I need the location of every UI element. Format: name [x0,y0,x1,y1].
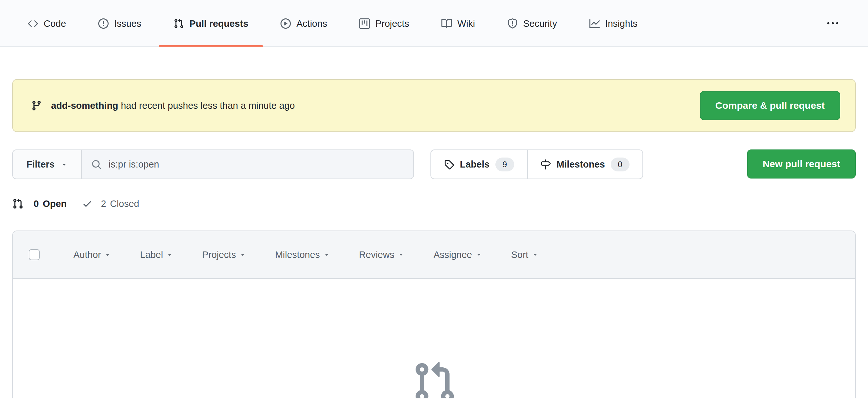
triangle-down-icon [476,252,482,258]
search-box [82,149,414,179]
shield-icon [507,19,518,29]
main-content: add-something had recent pushes less tha… [0,79,868,398]
git-branch-icon [31,100,42,111]
project-board-icon [359,19,370,29]
git-pull-request-icon [174,19,184,29]
triangle-down-icon [105,252,111,258]
milestones-button[interactable]: Milestones 0 [527,150,643,178]
tab-security[interactable]: Security [493,0,572,47]
nav-overflow-button[interactable] [824,13,841,34]
labels-count-badge: 9 [495,158,514,171]
git-pull-request-icon [12,198,23,209]
play-circle-icon [280,19,291,29]
label-filter-button[interactable]: Label [140,250,173,260]
assignee-filter-button[interactable]: Assignee [433,250,482,260]
filter-label: Reviews [359,250,395,260]
select-all-checkbox[interactable] [29,249,40,260]
author-filter-button[interactable]: Author [73,250,111,260]
open-label: Open [43,199,67,209]
filter-label: Assignee [433,250,472,260]
repo-nav: Code Issues Pull requests Actions Projec… [0,0,868,47]
milestones-label: Milestones [556,159,605,170]
push-message-text: had recent pushes less than a minute ago [121,100,295,111]
filter-label: Author [73,250,101,260]
filter-bar: Filters Labels 9 Milestones 0 Ne [12,149,856,179]
code-icon [28,19,38,29]
search-input[interactable] [108,159,404,170]
filter-label: Sort [511,250,528,260]
tab-label: Wiki [457,19,475,29]
tab-label: Security [523,19,557,29]
open-prs-tab[interactable]: 0 Open [12,198,67,209]
search-icon [91,160,101,169]
recent-push-banner: add-something had recent pushes less tha… [12,79,856,132]
tab-projects[interactable]: Projects [344,0,424,47]
empty-state [13,279,855,398]
issue-state-row: 0 Open 2 Closed [12,195,856,212]
labels-button[interactable]: Labels 9 [431,150,527,178]
issue-opened-icon [98,19,108,29]
new-pull-request-button[interactable]: New pull request [747,149,856,178]
kebab-horizontal-icon [827,18,838,29]
graph-icon [589,19,600,29]
tab-label: Insights [605,19,638,29]
check-icon [82,199,92,209]
labels-label: Labels [460,159,490,170]
triangle-down-icon [532,252,538,258]
filters-label: Filters [27,159,55,170]
milestones-filter-button[interactable]: Milestones [275,250,330,260]
filters-dropdown-button[interactable]: Filters [12,149,82,179]
filter-label: Milestones [275,250,320,260]
triangle-down-icon [240,252,246,258]
triangle-down-icon [324,252,330,258]
labels-milestones-group: Labels 9 Milestones 0 [430,149,643,179]
tab-label: Code [43,19,66,29]
tag-icon [444,160,454,169]
branch-name: add-something [51,100,118,111]
tab-label: Pull requests [189,19,248,29]
milestone-icon [540,160,551,169]
tab-code[interactable]: Code [13,0,81,47]
projects-filter-button[interactable]: Projects [202,250,246,260]
tab-label: Actions [296,19,327,29]
open-count: 0 [34,199,39,209]
triangle-down-icon [167,252,173,258]
pr-list-header: Author Label Projects Milestones [13,231,855,279]
closed-count: 2 [101,199,106,209]
milestones-count-badge: 0 [611,158,629,171]
triangle-down-icon [398,252,404,258]
reviews-filter-button[interactable]: Reviews [359,250,404,260]
git-pull-request-icon [411,360,457,398]
active-tab-underline [159,45,263,47]
tab-actions[interactable]: Actions [266,0,342,47]
tab-wiki[interactable]: Wiki [427,0,490,47]
filter-label: Projects [202,250,236,260]
compare-pull-request-button[interactable]: Compare & pull request [700,91,840,120]
tab-issues[interactable]: Issues [83,0,156,47]
filter-label: Label [140,250,163,260]
pr-list-container: Author Label Projects Milestones [12,231,856,398]
book-icon [441,19,452,29]
tab-label: Projects [375,19,409,29]
pull-requests-page: Code Issues Pull requests Actions Projec… [0,0,868,398]
tab-label: Issues [114,19,141,29]
closed-prs-tab[interactable]: 2 Closed [82,199,139,209]
tab-insights[interactable]: Insights [575,0,652,47]
sort-filter-button[interactable]: Sort [511,250,538,260]
recent-push-message: add-something had recent pushes less tha… [51,100,295,111]
closed-label: Closed [110,199,139,209]
triangle-down-icon [61,161,67,168]
tab-pull-requests[interactable]: Pull requests [159,0,263,47]
list-filter-menus: Author Label Projects Milestones [73,250,538,260]
